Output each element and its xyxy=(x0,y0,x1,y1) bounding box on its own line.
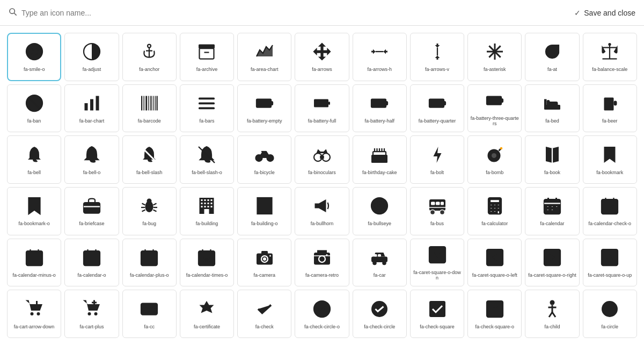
icon-cell[interactable]: fa-bell xyxy=(7,135,61,184)
icon-cell[interactable]: fa-battery-full xyxy=(295,84,349,133)
icon-cell[interactable]: fa-bars xyxy=(180,84,234,133)
icon-cell[interactable]: fa-briefcase xyxy=(64,187,119,235)
icon-label: fa-bed xyxy=(545,118,559,124)
icon-cell[interactable]: fa-binoculars xyxy=(295,135,349,184)
icon-cell[interactable]: fa-calendar xyxy=(525,187,579,235)
icon-cell[interactable]: fa-car xyxy=(353,239,407,287)
svg-point-4 xyxy=(36,49,38,51)
icon-cell[interactable]: fa-battery-half xyxy=(353,84,407,133)
icon-symbol xyxy=(140,248,159,270)
icon-cell[interactable]: fa-arrows-h xyxy=(353,33,407,81)
icon-cell[interactable]: fa-check xyxy=(237,290,291,338)
save-close-button[interactable]: ✓ Save and close xyxy=(574,9,635,17)
icon-cell[interactable]: fa-bug xyxy=(122,187,177,235)
icon-label: fa-bullseye xyxy=(368,221,392,227)
icon-cell[interactable]: fa-caret-square-o-right xyxy=(525,239,579,287)
svg-rect-36 xyxy=(157,96,158,111)
icon-cell[interactable]: fa-adjust xyxy=(64,33,119,81)
icon-cell[interactable]: fa-bed xyxy=(525,84,579,133)
icon-cell[interactable]: fa-caret-square-o-up xyxy=(583,239,637,287)
icon-cell[interactable]: fa-cart-plus xyxy=(64,290,119,338)
icon-cell[interactable]: fa-check-square-o xyxy=(467,290,522,338)
icon-cell[interactable]: fa-calendar-plus-o xyxy=(122,239,177,287)
icon-cell[interactable]: fa-ban xyxy=(7,84,61,133)
icon-cell[interactable]: fa-camera-retro xyxy=(295,239,349,287)
icon-cell[interactable]: fa-bullhorn xyxy=(295,187,349,235)
icon-cell[interactable]: CCfa-cc xyxy=(122,290,177,338)
icon-cell[interactable]: fa-cart-arrow-down xyxy=(7,290,61,338)
icon-cell[interactable]: fa-battery-three-quarters xyxy=(467,84,522,133)
icon-label: fa-arrows-v xyxy=(425,67,449,73)
icon-cell[interactable]: fa-circle xyxy=(583,290,637,338)
icon-cell[interactable]: fa-anchor xyxy=(122,33,177,81)
icon-cell[interactable]: fa-archive xyxy=(180,33,234,81)
icon-cell[interactable]: fa-building-o xyxy=(237,187,291,235)
icon-cell[interactable]: fa-certificate xyxy=(180,290,234,338)
icon-cell[interactable]: fa-child xyxy=(525,290,579,338)
icon-cell[interactable]: fa-calendar-o xyxy=(64,239,119,287)
icon-cell[interactable]: fa-bicycle xyxy=(237,135,291,184)
icon-label: fa-calendar-minus-o xyxy=(13,272,56,278)
icon-label: fa-circle xyxy=(602,324,619,330)
icon-cell[interactable]: fa-asterisk xyxy=(467,33,522,81)
icon-cell[interactable]: fa-battery-quarter xyxy=(410,84,464,133)
svg-rect-203 xyxy=(429,301,445,317)
icon-cell[interactable]: fa-at xyxy=(525,33,579,81)
svg-point-210 xyxy=(602,301,618,317)
header: ✓ Save and close xyxy=(0,0,644,26)
icon-label: fa-bookmark-o xyxy=(19,221,50,227)
icon-cell[interactable]: fa-bolt xyxy=(410,135,464,184)
svg-point-3 xyxy=(31,49,33,51)
svg-rect-10 xyxy=(200,48,214,59)
icon-cell[interactable]: fa-battery-empty xyxy=(237,84,291,133)
icon-cell[interactable]: fa-check-square xyxy=(410,290,464,338)
icon-cell[interactable]: fa-bomb xyxy=(467,135,522,184)
icon-symbol xyxy=(600,299,619,321)
icon-cell[interactable]: fa-camera xyxy=(237,239,291,287)
icon-label: fa-balance-scale xyxy=(592,67,627,73)
icon-cell[interactable]: fa-barcode xyxy=(122,84,177,133)
icon-cell[interactable]: fa-calendar-minus-o xyxy=(7,239,61,287)
icon-cell[interactable]: fa-check-circle xyxy=(353,290,407,338)
icon-cell[interactable]: fa-balance-scale xyxy=(583,33,637,81)
icon-cell[interactable]: fa-beer xyxy=(583,84,637,133)
icon-cell[interactable]: fa-bell-o xyxy=(64,135,119,184)
icon-cell[interactable]: fa-bookmark-o xyxy=(7,187,61,235)
checkmark-icon: ✓ xyxy=(574,9,581,17)
icon-cell[interactable]: fa-bullseye xyxy=(353,187,407,235)
icon-label: fa-arrows xyxy=(312,67,332,73)
icon-cell[interactable]: fa-calculator xyxy=(467,187,522,235)
svg-rect-100 xyxy=(204,206,206,207)
icon-cell[interactable]: fa-smile-o xyxy=(7,33,61,81)
icon-cell[interactable]: fa-calendar-times-o xyxy=(180,239,234,287)
icon-cell[interactable]: fa-birthday-cake xyxy=(353,135,407,184)
icon-cell[interactable]: fa-building xyxy=(180,187,234,235)
icon-label: fa-battery-empty xyxy=(247,118,282,124)
icon-cell[interactable]: fa-area-chart xyxy=(237,33,291,81)
svg-rect-26 xyxy=(84,103,87,111)
icon-symbol xyxy=(25,145,44,167)
svg-point-83 xyxy=(147,199,152,204)
icon-label: fa-bicycle xyxy=(254,170,275,176)
icon-label: fa-battery-quarter xyxy=(419,118,456,124)
svg-point-121 xyxy=(440,210,444,215)
icon-cell[interactable]: fa-bus xyxy=(410,187,464,235)
icon-cell[interactable]: fa-bell-slash-o xyxy=(180,135,234,184)
icon-cell[interactable]: fa-check-circle-o xyxy=(295,290,349,338)
svg-rect-54 xyxy=(544,99,547,109)
svg-marker-74 xyxy=(433,147,441,163)
icon-cell[interactable]: fa-arrows-v xyxy=(410,33,464,81)
svg-rect-58 xyxy=(614,101,617,106)
svg-point-194 xyxy=(87,312,91,315)
icon-cell[interactable]: fa-book xyxy=(525,135,579,184)
icon-cell[interactable]: fa-calendar-check-o xyxy=(583,187,637,235)
icon-cell[interactable]: fa-bell-slash xyxy=(122,135,177,184)
icon-cell[interactable]: fa-bar-chart xyxy=(64,84,119,133)
icon-cell[interactable]: fa-arrows xyxy=(295,33,349,81)
icon-label: fa-at xyxy=(547,67,557,73)
icon-cell[interactable]: fa-caret-square-o-left xyxy=(467,239,522,287)
icon-cell[interactable]: fa-bookmark xyxy=(583,135,637,184)
icon-symbol xyxy=(543,248,562,270)
search-input[interactable] xyxy=(21,9,182,17)
icon-cell[interactable]: fa-caret-square-o-down xyxy=(410,239,464,287)
